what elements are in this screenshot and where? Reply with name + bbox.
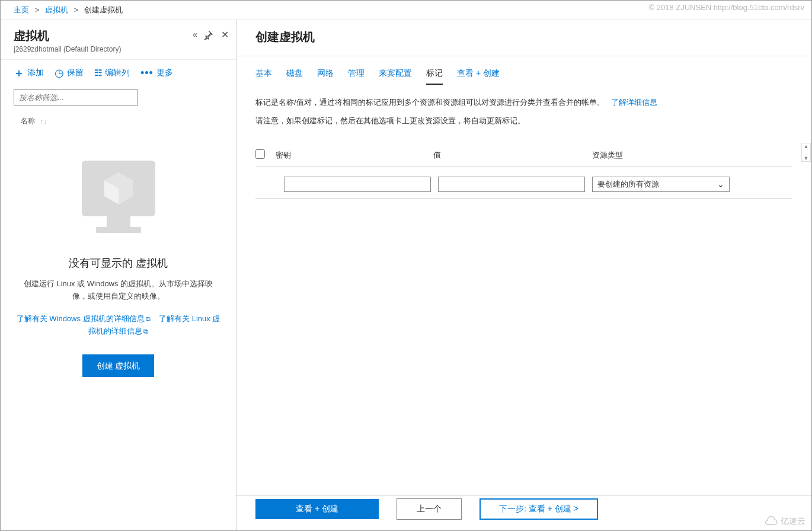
external-icon: ⧉: [143, 328, 148, 335]
wizard-footer: 查看 + 创建 上一个 下一步: 查看 + 创建 >: [236, 498, 811, 520]
tab-review[interactable]: 查看 + 创建: [457, 68, 500, 85]
sort-icon[interactable]: ↑↓: [40, 117, 47, 126]
tag-key-input[interactable]: [284, 177, 431, 192]
blade-toolbar: ＋ 添加 ◷ 保留 ☷ 编辑列 ••• 更多: [1, 59, 236, 86]
tags-table: 密钥 值 资源类型 要创建的所有资源 ⌄: [236, 128, 811, 199]
clock-icon: ◷: [55, 66, 64, 79]
tab-bar: 基本 磁盘 网络 管理 来宾配置 标记 查看 + 创建: [236, 56, 811, 85]
desc-line1: 标记是名称/值对，通过将相同的标记应用到多个资源和资源组可以对资源进行分类并查看…: [255, 98, 605, 107]
editcol-button[interactable]: ☷ 编辑列: [94, 68, 130, 78]
chevron-down-icon: ⌄: [717, 180, 724, 189]
more-label: 更多: [156, 68, 173, 78]
plus-icon: ＋: [14, 66, 24, 80]
tag-value-input[interactable]: [438, 177, 585, 192]
tag-row: 要创建的所有资源 ⌄: [255, 167, 792, 199]
tags-description: 标记是名称/值对，通过将相同的标记应用到多个资源和资源组可以对资源进行分类并查看…: [255, 95, 792, 110]
col-restype: 资源类型: [592, 150, 732, 161]
columns-icon: ☷: [94, 68, 102, 78]
add-button[interactable]: ＋ 添加: [14, 66, 44, 80]
breadcrumb-current: 创建虚拟机: [84, 5, 123, 14]
breadcrumb-home[interactable]: 主页: [14, 5, 29, 14]
keep-label: 保留: [67, 68, 84, 78]
windows-vm-link[interactable]: 了解有关 Windows 虚拟机的详细信息: [17, 314, 145, 323]
review-create-button[interactable]: 查看 + 创建: [255, 499, 379, 519]
close-icon[interactable]: ✕: [221, 30, 229, 41]
cloud-icon: [763, 516, 778, 527]
list-header: 名称 ↑↓: [1, 110, 236, 132]
create-vm-blade: 创建虚拟机 基本 磁盘 网络 管理 来宾配置 标记 查看 + 创建 标记是名称/…: [236, 20, 811, 530]
external-icon: ⧉: [146, 315, 151, 322]
tab-guest[interactable]: 来宾配置: [379, 68, 412, 85]
vm-list-blade: 虚拟机 j2629zdhotmail (Default Directory) «…: [1, 20, 236, 530]
col-value: 值: [433, 150, 592, 161]
pin-icon[interactable]: [203, 30, 213, 41]
blade-subtitle: j2629zdhotmail (Default Directory): [14, 45, 223, 53]
name-column[interactable]: 名称: [21, 116, 35, 126]
more-icon: •••: [140, 67, 154, 79]
main-title: 创建虚拟机: [255, 29, 792, 45]
tab-basic[interactable]: 基本: [255, 68, 272, 85]
empty-desc: 创建运行 Linux 或 Windows 的虚拟机。从市场中选择映像，或使用自定…: [18, 278, 219, 303]
col-key: 密钥: [276, 150, 433, 161]
empty-title: 没有可显示的 虚拟机: [14, 255, 223, 272]
breadcrumb-vm[interactable]: 虚拟机: [45, 5, 68, 14]
add-label: 添加: [27, 68, 44, 78]
more-button[interactable]: ••• 更多: [140, 67, 173, 79]
watermark-text: © 2018 ZJUNSEN http://blog.51cto.com/rds…: [649, 3, 804, 12]
empty-state: 没有可显示的 虚拟机 创建运行 Linux 或 Windows 的虚拟机。从市场…: [1, 132, 236, 377]
blade-title: 虚拟机: [14, 28, 223, 44]
create-vm-button[interactable]: 创建 虚拟机: [82, 354, 155, 377]
collapse-icon[interactable]: «: [193, 30, 195, 41]
tab-manage[interactable]: 管理: [348, 68, 365, 85]
filter-input[interactable]: [14, 89, 138, 105]
previous-button[interactable]: 上一个: [397, 498, 462, 520]
brand-text: 亿速云: [781, 516, 805, 527]
tab-disk[interactable]: 磁盘: [286, 68, 303, 85]
svg-rect-2: [96, 227, 141, 233]
svg-rect-1: [107, 216, 130, 227]
learn-more-link[interactable]: 了解详细信息: [611, 98, 657, 107]
tags-note: 请注意，如果创建标记，然后在其他选项卡上更改资源设置，将自动更新标记。: [255, 114, 792, 129]
tab-network[interactable]: 网络: [317, 68, 334, 85]
brand-watermark: 亿速云: [763, 516, 805, 527]
monitor-icon: [71, 156, 166, 242]
tab-tags[interactable]: 标记: [426, 68, 443, 85]
resource-type-select[interactable]: 要创建的所有资源 ⌄: [592, 177, 730, 192]
editcol-label: 编辑列: [105, 68, 130, 78]
select-all-checkbox[interactable]: [255, 149, 265, 159]
breadcrumb-sep: >: [73, 5, 78, 14]
breadcrumb-sep: >: [35, 5, 40, 14]
keep-button[interactable]: ◷ 保留: [55, 66, 84, 79]
select-value: 要创建的所有资源: [597, 179, 659, 190]
next-button[interactable]: 下一步: 查看 + 创建 >: [479, 498, 598, 520]
